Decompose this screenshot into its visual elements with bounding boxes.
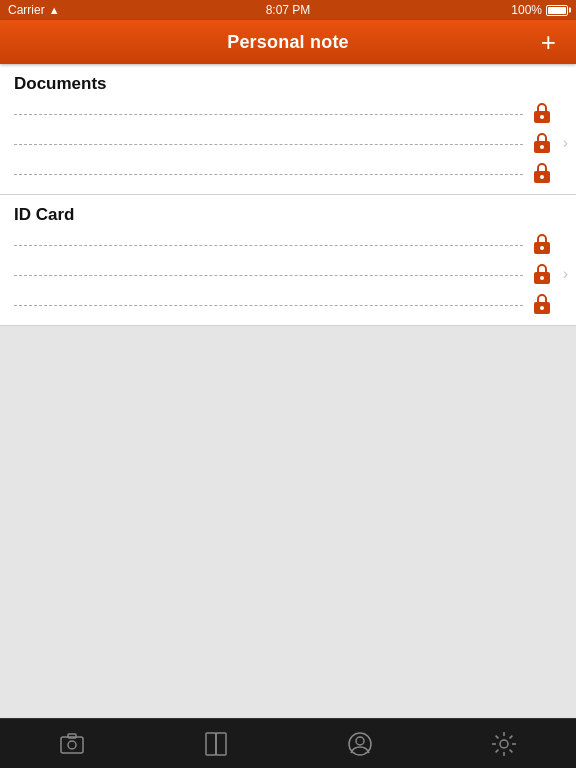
home-icon [58,730,86,758]
lock-icon [531,233,553,255]
lock-icon [531,263,553,285]
svg-point-19 [500,740,508,748]
battery-percent: 100% [511,3,542,17]
list-item[interactable] [0,158,563,188]
notes-icon [202,730,230,758]
documents-chevron[interactable]: › [563,98,576,188]
svg-rect-16 [216,733,226,755]
svg-rect-12 [61,737,83,753]
tab-home[interactable] [38,726,106,762]
status-right: 100% [511,3,568,17]
carrier-label: Carrier [8,3,45,17]
nav-title: Personal note [227,32,349,53]
list-item[interactable] [0,289,563,319]
main-content: Documents [0,64,576,718]
tab-profile[interactable] [326,726,394,762]
lock-icon [531,102,553,124]
svg-point-11 [540,306,544,310]
list-item[interactable] [0,259,563,289]
svg-point-1 [540,115,544,119]
row-content [14,263,563,285]
row-content [14,162,563,184]
gray-background [0,326,576,718]
tab-notes[interactable] [182,726,250,762]
svg-rect-14 [68,734,76,738]
status-bar: Carrier ▲ 8:07 PM 100% [0,0,576,20]
section-documents[interactable]: Documents [0,64,576,195]
profile-icon [346,730,374,758]
documents-rows [0,98,563,188]
list-item[interactable] [0,229,563,259]
section-id-card[interactable]: ID Card [0,195,576,326]
nav-bar: Personal note + [0,20,576,64]
battery-icon [546,5,568,16]
svg-point-18 [356,737,364,745]
svg-point-5 [540,175,544,179]
settings-icon [490,730,518,758]
dashed-line [14,144,523,145]
section-id-card-title: ID Card [0,195,576,229]
tab-bar [0,718,576,768]
list-container: Documents [0,64,576,326]
row-content [14,293,563,315]
dashed-line [14,174,523,175]
id-card-chevron[interactable]: › [563,229,576,319]
id-card-rows [0,229,563,319]
lock-icon [531,162,553,184]
row-content [14,102,563,124]
lock-icon [531,132,553,154]
documents-rows-wrapper: › [0,98,576,194]
dashed-line [14,245,523,246]
tab-settings[interactable] [470,726,538,762]
lock-icon [531,293,553,315]
svg-point-9 [540,276,544,280]
dashed-line [14,275,523,276]
status-time: 8:07 PM [266,3,311,17]
list-item[interactable] [0,98,563,128]
add-button[interactable]: + [533,25,564,59]
id-card-rows-wrapper: › [0,229,576,325]
svg-point-7 [540,246,544,250]
dashed-line [14,114,523,115]
svg-point-13 [68,741,76,749]
section-documents-title: Documents [0,64,576,98]
row-content [14,233,563,255]
svg-point-3 [540,145,544,149]
wifi-icon: ▲ [49,4,60,16]
row-content [14,132,563,154]
list-item[interactable] [0,128,563,158]
status-left: Carrier ▲ [8,3,60,17]
dashed-line [14,305,523,306]
svg-rect-15 [206,733,216,755]
